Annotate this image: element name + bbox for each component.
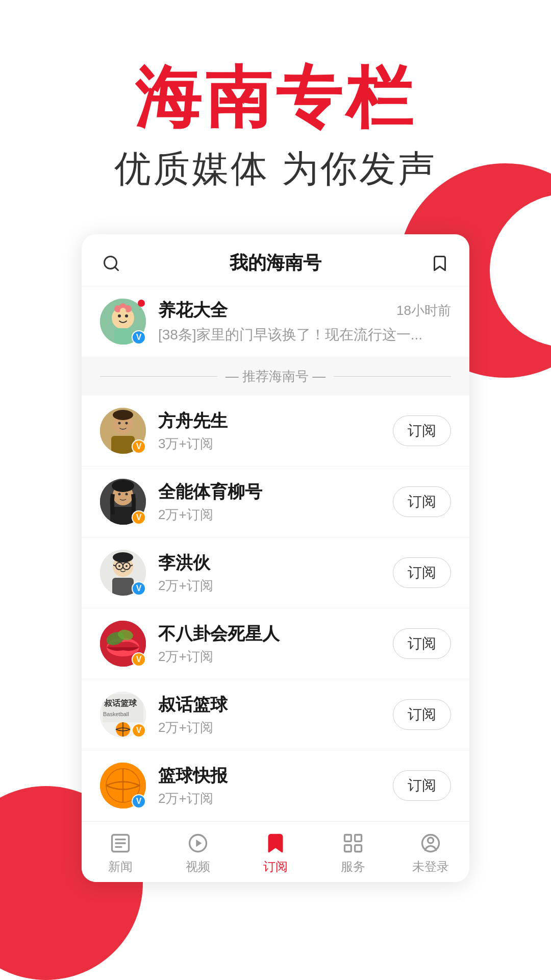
recommend-item-0: V 方舟先生 3万+订阅 订阅 bbox=[82, 396, 469, 467]
nav-label-subscribe: 订阅 bbox=[263, 859, 288, 875]
svg-point-22 bbox=[112, 480, 134, 492]
item-name-1: 全能体育柳号 bbox=[158, 480, 381, 504]
hero-subtitle: 优质媒体 为你发声 bbox=[0, 144, 551, 193]
card-header: 我的海南号 bbox=[82, 234, 469, 286]
recommend-item-1: V 全能体育柳号 2万+订阅 订阅 bbox=[82, 467, 469, 537]
badge-0: V bbox=[132, 439, 146, 454]
svg-marker-53 bbox=[196, 840, 202, 847]
badge-1: V bbox=[132, 510, 146, 525]
svg-point-59 bbox=[428, 838, 434, 843]
item-content-5: 篮球快报 2万+订阅 bbox=[158, 764, 381, 807]
subscribed-content: 养花大全 18小时前 [38条]家里的门早该换了！现在流行这一... bbox=[158, 299, 451, 345]
services-icon bbox=[341, 831, 365, 855]
recommend-item-4: 叔话篮球 Basketball V 叔话篮球 2万+订阅 订阅 bbox=[82, 679, 469, 750]
nav-item-news[interactable]: 新闻 bbox=[82, 822, 159, 882]
svg-point-21 bbox=[126, 493, 128, 496]
svg-rect-57 bbox=[355, 845, 362, 852]
svg-point-20 bbox=[118, 493, 121, 496]
avatar-wrap-0: V bbox=[100, 408, 146, 454]
subscribe-btn-2[interactable]: 订阅 bbox=[393, 557, 451, 588]
bottom-nav: 新闻 视频 订阅 bbox=[82, 821, 469, 882]
avatar-wrap-1: V bbox=[100, 479, 146, 525]
item-name-2: 李洪伙 bbox=[158, 551, 381, 575]
item-content-1: 全能体育柳号 2万+订阅 bbox=[158, 480, 381, 524]
item-subs-4: 2万+订阅 bbox=[158, 719, 381, 737]
bookmark-button[interactable] bbox=[429, 252, 451, 275]
subscribe-btn-3[interactable]: 订阅 bbox=[393, 628, 451, 659]
nav-label-user: 未登录 bbox=[412, 859, 449, 875]
item-name-4: 叔话篮球 bbox=[158, 693, 381, 717]
svg-rect-55 bbox=[355, 835, 362, 842]
svg-text:叔话篮球: 叔话篮球 bbox=[104, 699, 137, 707]
app-card: 我的海南号 bbox=[82, 234, 469, 882]
item-content-2: 李洪伙 2万+订阅 bbox=[158, 551, 381, 595]
svg-point-4 bbox=[118, 314, 121, 317]
notification-dot bbox=[138, 300, 145, 307]
divider-right bbox=[334, 376, 451, 377]
search-button[interactable] bbox=[100, 252, 122, 275]
hero-section: 海南专栏 优质媒体 为你发声 bbox=[0, 0, 551, 224]
svg-point-33 bbox=[113, 552, 133, 562]
news-icon bbox=[108, 831, 133, 855]
avatar-wrap-2: V bbox=[100, 550, 146, 596]
item-subs-1: 2万+订阅 bbox=[158, 506, 381, 524]
svg-point-9 bbox=[120, 308, 126, 314]
svg-point-5 bbox=[125, 314, 128, 317]
item-name-3: 不八卦会死星人 bbox=[158, 622, 381, 646]
svg-point-14 bbox=[118, 422, 121, 425]
avatar-wrap-4: 叔话篮球 Basketball V bbox=[100, 692, 146, 738]
subscribe-icon bbox=[263, 831, 288, 855]
nav-label-video: 视频 bbox=[186, 859, 210, 875]
subscribed-time: 18小时前 bbox=[396, 302, 451, 320]
svg-rect-54 bbox=[345, 835, 352, 842]
subscribe-btn-5[interactable]: 订阅 bbox=[393, 770, 451, 801]
subscribe-btn-0[interactable]: 订阅 bbox=[393, 415, 451, 446]
item-subs-0: 3万+订阅 bbox=[158, 435, 381, 453]
subscribe-btn-4[interactable]: 订阅 bbox=[393, 699, 451, 730]
item-content-3: 不八卦会死星人 2万+订阅 bbox=[158, 622, 381, 666]
hero-title: 海南专栏 bbox=[0, 61, 551, 134]
divider-text: — 推荐海南号 — bbox=[226, 368, 325, 385]
subscribed-badge: V bbox=[132, 330, 146, 345]
item-name-0: 方舟先生 bbox=[158, 409, 381, 433]
svg-point-32 bbox=[126, 565, 128, 567]
recommend-item-3: V 不八卦会死星人 2万+订阅 订阅 bbox=[82, 608, 469, 679]
subscribed-item[interactable]: V 养花大全 18小时前 [38条]家里的门早该换了！现在流行这一... bbox=[82, 286, 469, 357]
nav-item-subscribe[interactable]: 订阅 bbox=[237, 822, 314, 882]
nav-item-services[interactable]: 服务 bbox=[314, 822, 392, 882]
avatar-wrap-3: V bbox=[100, 621, 146, 667]
item-subs-5: 2万+订阅 bbox=[158, 790, 381, 807]
user-icon bbox=[418, 831, 443, 855]
badge-4: V bbox=[132, 723, 146, 738]
badge-2: V bbox=[132, 581, 146, 596]
nav-item-video[interactable]: 视频 bbox=[159, 822, 237, 882]
nav-item-user[interactable]: 未登录 bbox=[392, 822, 469, 882]
item-content-0: 方舟先生 3万+订阅 bbox=[158, 409, 381, 453]
item-content-4: 叔话篮球 2万+订阅 bbox=[158, 693, 381, 737]
svg-rect-25 bbox=[112, 578, 134, 596]
video-icon bbox=[186, 831, 210, 855]
svg-text:Basketball: Basketball bbox=[103, 711, 129, 717]
svg-rect-10 bbox=[114, 328, 132, 345]
subscribed-preview: [38条]家里的门早该换了！现在流行这一... bbox=[158, 325, 451, 345]
svg-rect-13 bbox=[111, 436, 135, 454]
section-divider: — 推荐海南号 — bbox=[82, 357, 469, 396]
item-name-5: 篮球快报 bbox=[158, 764, 381, 788]
subscribed-avatar-wrap: V bbox=[100, 299, 146, 345]
svg-line-1 bbox=[115, 266, 118, 270]
divider-left bbox=[100, 376, 217, 377]
avatar-wrap-5: V bbox=[100, 763, 146, 808]
subscribe-btn-1[interactable]: 订阅 bbox=[393, 486, 451, 517]
badge-5: V bbox=[132, 794, 146, 808]
item-subs-3: 2万+订阅 bbox=[158, 648, 381, 666]
recommend-item-5: V 篮球快报 2万+订阅 订阅 bbox=[82, 750, 469, 821]
svg-rect-56 bbox=[345, 845, 352, 852]
item-subs-2: 2万+订阅 bbox=[158, 577, 381, 595]
card-title: 我的海南号 bbox=[230, 251, 321, 276]
svg-point-16 bbox=[113, 410, 133, 420]
badge-3: V bbox=[132, 652, 146, 667]
svg-point-31 bbox=[118, 565, 120, 567]
subscribed-name: 养花大全 bbox=[158, 299, 228, 322]
nav-label-services: 服务 bbox=[341, 859, 365, 875]
nav-label-news: 新闻 bbox=[108, 859, 133, 875]
